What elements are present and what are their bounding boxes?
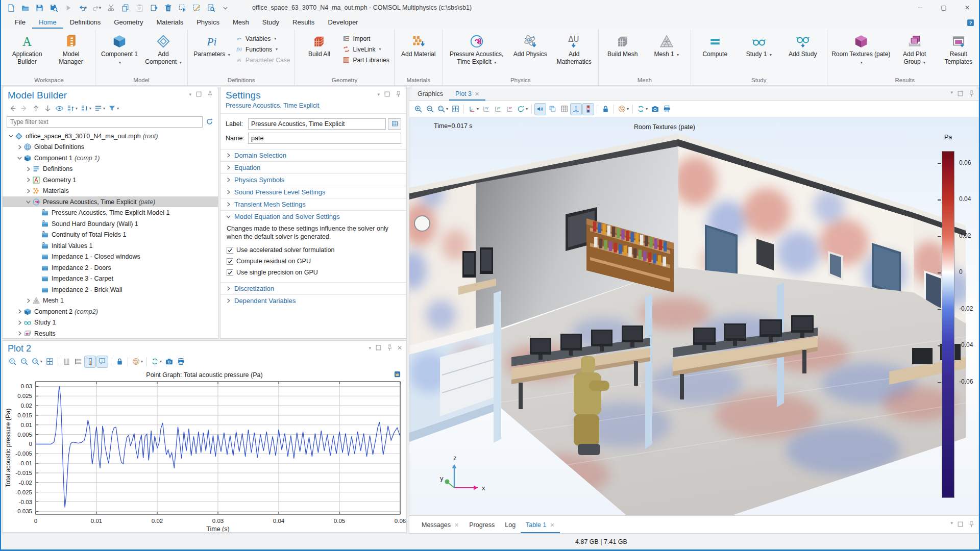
chevron-down-icon[interactable] — [24, 198, 32, 206]
tree-item-study-1[interactable]: Study 1 — [3, 317, 218, 328]
refresh-pair-button[interactable]: ▾ — [635, 103, 649, 115]
select-box-button[interactable] — [176, 2, 189, 14]
minimize-button[interactable]: ─ — [909, 0, 932, 15]
ribbon-tab-definitions[interactable]: Definitions — [63, 16, 108, 29]
lock-button[interactable] — [114, 356, 125, 368]
view-yz-button[interactable]: yz — [492, 103, 503, 115]
tree-item-geometry-1[interactable]: Geometry 1 — [3, 174, 218, 186]
add-component-button[interactable]: Add Component ▾ — [142, 32, 185, 68]
tree-item-pressure-acoustics-time-explicit[interactable]: Pressure Acoustics, Time Explicit(pate) — [3, 196, 218, 208]
compute-button[interactable]: Compute — [694, 32, 737, 60]
chevron-down-icon[interactable] — [7, 132, 15, 140]
pin-icon[interactable] — [968, 520, 975, 528]
save-button[interactable] — [33, 2, 46, 14]
tree-item-component-1[interactable]: Component 1(comp 1) — [3, 153, 218, 164]
chevron-right-icon[interactable] — [16, 319, 23, 327]
zoom-in-button[interactable] — [412, 103, 424, 115]
chevron-right-icon[interactable] — [225, 297, 232, 305]
chevron-right-icon[interactable] — [24, 297, 32, 305]
tree-item-initial-values-1[interactable]: DInitial Values 1 — [3, 240, 218, 252]
mb-filter-button[interactable]: ▾ — [107, 103, 120, 115]
undo-button[interactable]: ▾ — [76, 2, 89, 14]
close-button[interactable]: ✕ — [955, 0, 979, 15]
save-view-button[interactable] — [47, 2, 60, 14]
refresh-icon[interactable] — [205, 117, 214, 126]
palette-button[interactable]: ▾ — [617, 103, 630, 115]
tree-filter-input[interactable] — [7, 116, 203, 128]
zoom-extents-button[interactable] — [450, 103, 461, 115]
tree-item-mesh-1[interactable]: Mesh 1 — [3, 295, 218, 306]
build-mesh-button[interactable]: Build Mesh — [601, 32, 644, 60]
component-1-button[interactable]: Component 1 ▾ — [98, 32, 141, 68]
ribbon-tab-results[interactable]: Results — [286, 16, 321, 29]
rotate-button[interactable]: ▾ — [516, 103, 529, 115]
tree-item-sound-hard-boundary-wall-1[interactable]: DSound Hard Boundary (Wall) 1 — [3, 218, 218, 230]
tree-item-global-definitions[interactable]: Global Definitions — [3, 141, 218, 153]
help-button[interactable]: ? — [966, 18, 975, 27]
add-plot-group-button[interactable]: Add Plot Group ▾ — [893, 32, 936, 68]
section-sound-pressure-level-settings[interactable]: Sound Pressure Level Settings — [220, 186, 406, 198]
checkbox-icon[interactable] — [227, 258, 233, 265]
point-graph-chart[interactable]: 00.010.020.030.040.050.060.030.0250.020.… — [3, 379, 406, 532]
ribbon-tab-geometry[interactable]: Geometry — [107, 16, 150, 29]
mb-up-button[interactable] — [30, 103, 41, 115]
import-button[interactable]: Import — [342, 35, 389, 42]
mb-show-button[interactable] — [54, 103, 65, 115]
tree-item-continuity-of-total-fields-1[interactable]: DContinuity of Total Fields 1 — [3, 229, 218, 240]
section-dependent-variables[interactable]: Dependent Variables — [220, 294, 406, 307]
chevron-down-icon[interactable] — [225, 213, 232, 220]
copy-button[interactable] — [118, 2, 132, 14]
ribbon-tab-physics[interactable]: Physics — [190, 16, 226, 29]
checkbox-compute-residual-on-gpu[interactable]: Compute residual on GPU — [227, 256, 400, 267]
pressure-acoustics-time-explicit-button[interactable]: Pressure Acoustics, Time Explicit ▾ — [446, 32, 508, 68]
lock-button[interactable] — [600, 103, 611, 115]
bottom-tab-table-1[interactable]: Table 1✕ — [521, 518, 560, 533]
chevron-right-icon[interactable] — [24, 187, 32, 195]
panel-menu-icon[interactable]: ▾ — [189, 92, 191, 97]
zoom-box-button[interactable]: ▾ — [436, 103, 449, 115]
chevron-right-icon[interactable] — [225, 164, 232, 171]
customize-button[interactable] — [218, 2, 232, 14]
chevron-right-icon[interactable] — [225, 176, 232, 184]
run-button[interactable] — [61, 2, 75, 14]
axis-limits-button[interactable] — [84, 356, 96, 368]
section-domain-selection[interactable]: Domain Selection — [220, 149, 406, 161]
delete-button[interactable] — [161, 2, 175, 14]
checkbox-icon[interactable] — [227, 269, 233, 276]
plot-legend-icon[interactable] — [394, 370, 401, 378]
application-builder-button[interactable]: AApplication Builder — [6, 32, 48, 68]
room-3d-scene[interactable]: z y x — [409, 117, 979, 515]
x-grid-button[interactable] — [61, 356, 72, 368]
chevron-right-icon[interactable] — [16, 330, 23, 337]
float-icon[interactable] — [195, 90, 203, 98]
tree-item-impedance-3-carpet[interactable]: Impedance 3 - Carpet — [3, 273, 218, 284]
chevron-right-icon[interactable] — [24, 165, 32, 173]
tree-item-definitions[interactable]: Definitions — [3, 163, 218, 174]
find-button[interactable] — [204, 2, 217, 14]
paste-button[interactable] — [133, 2, 146, 14]
pin-icon[interactable] — [395, 90, 402, 98]
section-model-equation-and-solver-settings[interactable]: Model Equation and Solver Settings — [220, 210, 406, 222]
zoom-out-button[interactable] — [424, 103, 435, 115]
result-templates-button[interactable]: Result Templates — [937, 32, 980, 68]
print-button[interactable] — [175, 356, 186, 368]
transparency-button[interactable] — [547, 103, 558, 115]
part-libraries-button[interactable]: Part Libraries — [342, 56, 389, 64]
parameters-button[interactable]: PiParameters ▾ — [190, 32, 233, 60]
mb-forward-button[interactable] — [18, 103, 30, 115]
section-discretization[interactable]: Discretization — [220, 282, 406, 294]
close-tab-icon[interactable]: ✕ — [550, 522, 554, 529]
chevron-right-icon[interactable] — [16, 308, 23, 315]
print-button[interactable] — [661, 103, 672, 115]
checkbox-icon[interactable] — [227, 247, 233, 254]
annotations-button[interactable] — [96, 356, 108, 368]
study-1-button[interactable]: Study 1 ▾ — [738, 32, 780, 60]
chevron-right-icon[interactable] — [225, 152, 232, 159]
open-button[interactable] — [18, 2, 32, 14]
camera-button[interactable] — [649, 103, 660, 115]
label-input[interactable] — [248, 118, 386, 130]
functions-button[interactable]: f(x)Functions▾ — [235, 45, 290, 53]
view-xy-button[interactable]: xy — [480, 103, 492, 115]
clear-select-button[interactable] — [190, 2, 203, 14]
grid-button[interactable] — [558, 103, 570, 115]
